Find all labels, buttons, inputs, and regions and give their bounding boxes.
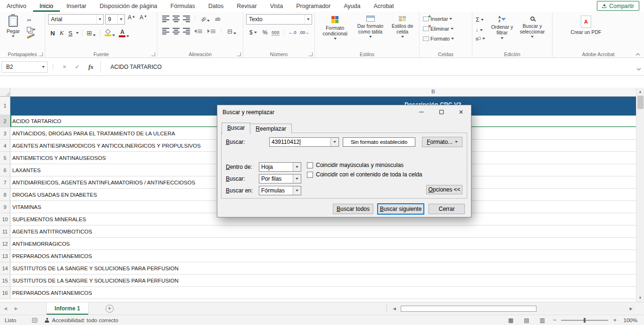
- wrap-text-button[interactable]: ab: [214, 17, 221, 22]
- row-header[interactable]: 11: [0, 225, 10, 238]
- row-header[interactable]: 8: [0, 189, 10, 201]
- enter-icon[interactable]: ✓: [71, 63, 84, 70]
- formula-bar-handle[interactable]: ⋮: [50, 64, 56, 70]
- copy-button[interactable]: [25, 26, 37, 33]
- fill-color-button[interactable]: [104, 30, 116, 36]
- checkbox-box[interactable]: [307, 162, 313, 168]
- zoom-level[interactable]: 100%: [619, 317, 637, 323]
- spreadsheet-cell[interactable]: PREPARADOS ANTIANEMICOS: [10, 250, 636, 262]
- insert-function-button[interactable]: fx: [84, 63, 98, 71]
- formula-input[interactable]: ACIDO TARTARICO: [110, 64, 161, 70]
- look-in-dropdown-icon[interactable]: [293, 186, 301, 195]
- decrease-font-size-button[interactable]: A▼: [138, 14, 149, 25]
- align-top-button[interactable]: [162, 16, 169, 22]
- spreadsheet-cell[interactable]: SUSTITUTOS DE LA SANGRE Y SOLUCIONES PAR…: [10, 262, 636, 275]
- increase-decimal-button[interactable]: ←.0: [289, 30, 297, 35]
- ribbon-tab[interactable]: Ayuda: [337, 0, 367, 12]
- number-format-combo[interactable]: Texto: [246, 14, 312, 25]
- ribbon-tab[interactable]: Programador: [289, 0, 337, 12]
- scrollbar-splitter[interactable]: [387, 305, 387, 312]
- increase-font-size-button[interactable]: A▲: [126, 14, 137, 25]
- scroll-up-icon[interactable]: ▲: [638, 88, 642, 96]
- bold-button[interactable]: N: [49, 29, 56, 37]
- cell-styles-button[interactable]: Estilos de celda: [388, 13, 417, 50]
- page-layout-view-icon[interactable]: ▤: [519, 317, 534, 324]
- ribbon-tab[interactable]: Revisar: [230, 0, 263, 12]
- scroll-right-icon[interactable]: ▶: [627, 307, 635, 311]
- row-header[interactable]: 3: [0, 127, 10, 140]
- italic-button[interactable]: K: [58, 29, 65, 37]
- zoom-slider[interactable]: [561, 320, 608, 321]
- spreadsheet-cell[interactable]: SUSTITUTOS DE LA SANGRE Y SOLUCIONES PAR…: [10, 275, 636, 287]
- orientation-button[interactable]: ab: [200, 17, 211, 22]
- sheet-nav-left-icon[interactable]: ◀: [0, 306, 11, 311]
- currency-format-button[interactable]: $: [248, 29, 258, 36]
- font-size-combo[interactable]: 9: [105, 14, 125, 25]
- match-entire-cell-checkbox[interactable]: Coincidir con el contenido de toda la ce…: [307, 171, 422, 178]
- expand-formula-bar-icon[interactable]: [637, 65, 640, 71]
- number-format-dropdown-icon[interactable]: [305, 15, 312, 24]
- sort-filter-button[interactable]: AZ Ordenar y filtrar: [487, 13, 517, 50]
- page-break-view-icon[interactable]: ▥: [534, 317, 550, 324]
- font-name-dropdown-icon[interactable]: [96, 15, 103, 24]
- normal-view-icon[interactable]: ▦: [503, 317, 519, 324]
- format-button[interactable]: Formato...: [422, 137, 462, 147]
- borders-button[interactable]: ⊞: [86, 30, 97, 36]
- macro-record-icon[interactable]: [32, 318, 37, 323]
- name-box[interactable]: B2: [1, 61, 48, 73]
- conditional-formatting-button[interactable]: Formato condicional: [317, 13, 353, 50]
- font-name-combo[interactable]: Arial: [48, 14, 104, 25]
- select-all-corner[interactable]: [0, 88, 10, 97]
- look-in-dropdown[interactable]: Fórmulas: [259, 186, 301, 195]
- align-left-button[interactable]: [162, 28, 169, 34]
- dialog-tab[interactable]: Reemplazar: [250, 124, 292, 133]
- find-all-button[interactable]: Buscar todos: [333, 204, 373, 214]
- alignment-dialog-launcher-icon[interactable]: [237, 52, 241, 56]
- vertical-scroll-thumb[interactable]: [637, 96, 644, 109]
- cut-button[interactable]: ✂: [25, 17, 37, 24]
- ribbon-tab[interactable]: Inicio: [33, 0, 60, 12]
- align-bottom-button[interactable]: [183, 16, 190, 22]
- row-header[interactable]: 15: [0, 275, 10, 287]
- ribbon-tab[interactable]: Datos: [202, 0, 231, 12]
- row-header[interactable]: 9: [0, 201, 10, 213]
- format-cells-button[interactable]: Formato: [421, 35, 470, 42]
- search-order-dropdown-icon[interactable]: [293, 175, 301, 183]
- autosum-button[interactable]: Σ: [474, 16, 487, 23]
- ribbon-tab[interactable]: Acrobat: [367, 0, 400, 12]
- align-center-button[interactable]: [173, 28, 180, 34]
- insert-cells-button[interactable]: Insertar: [421, 16, 470, 22]
- font-size-dropdown-icon[interactable]: [117, 15, 124, 24]
- comma-format-button[interactable]: 000: [272, 30, 280, 35]
- match-case-checkbox[interactable]: Coincidir mayúsculas y minúsculas: [307, 162, 404, 168]
- vertical-scrollbar[interactable]: ▲ ▼: [636, 88, 644, 302]
- font-color-button[interactable]: A: [118, 29, 130, 37]
- add-sheet-button[interactable]: +: [106, 305, 114, 313]
- collapse-ribbon-icon[interactable]: [636, 51, 640, 55]
- delete-cells-button[interactable]: Eliminar: [421, 25, 470, 32]
- options-button[interactable]: Opciones <<: [426, 185, 462, 194]
- zoom-slider-thumb[interactable]: [584, 318, 586, 323]
- column-header-B[interactable]: B: [10, 88, 636, 97]
- format-as-table-button[interactable]: Dar formato como tabla: [354, 13, 388, 50]
- share-button[interactable]: Compartir: [597, 1, 639, 11]
- cancel-icon[interactable]: ×: [58, 63, 71, 70]
- dialog-tab[interactable]: Buscar: [222, 123, 250, 134]
- fill-button[interactable]: ↓: [474, 27, 487, 33]
- row-header[interactable]: 7: [0, 176, 10, 189]
- scroll-down-icon[interactable]: ▼: [638, 294, 642, 302]
- spreadsheet-cell[interactable]: PREPARADOS ANTIANEMICOS: [10, 287, 636, 299]
- row-header[interactable]: 6: [0, 164, 10, 176]
- find-next-button[interactable]: Buscar siguiente: [377, 203, 424, 215]
- scroll-left-icon[interactable]: ◀: [390, 307, 398, 311]
- underline-dropdown-icon[interactable]: [76, 32, 79, 34]
- row-header[interactable]: 16: [0, 287, 10, 299]
- within-dropdown[interactable]: Hoja: [259, 162, 301, 172]
- find-select-button[interactable]: Buscar y seleccionar: [517, 13, 548, 50]
- close-button[interactable]: Cerrar: [429, 204, 465, 214]
- find-what-input[interactable]: 439110412: [269, 137, 339, 147]
- ribbon-tab[interactable]: Archivo: [0, 0, 33, 12]
- row-header[interactable]: 4: [0, 140, 10, 152]
- search-order-dropdown[interactable]: Por filas: [259, 174, 301, 183]
- zoom-in-button[interactable]: +: [610, 317, 619, 324]
